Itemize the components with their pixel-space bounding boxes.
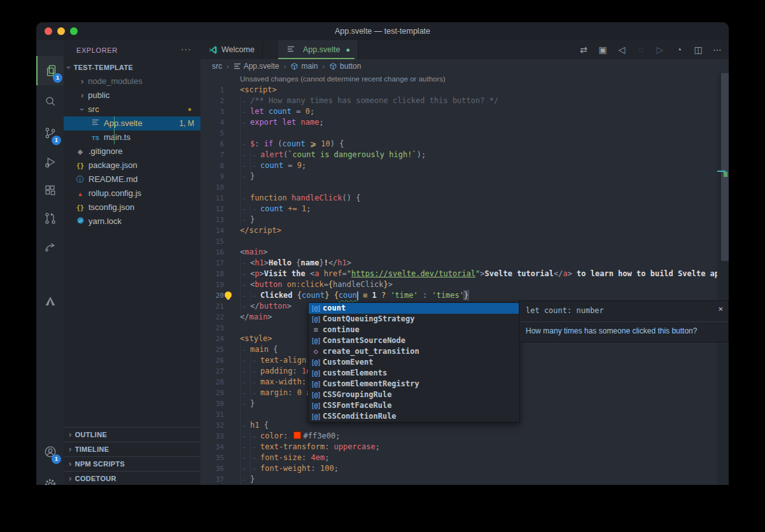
git-compare-icon[interactable]: ⇄ <box>576 45 591 55</box>
token: </ <box>328 258 337 267</box>
code-line-34[interactable]: 34→→text-transform: uppercase; <box>200 442 729 452</box>
suggestion-cssfontfacerule[interactable]: [@]CSSFontFaceRule <box>309 400 519 411</box>
code-line-14[interactable]: 14</script> <box>200 225 729 236</box>
code-line-7[interactable]: 7→→alert(`count is dangerously high!`); <box>200 150 729 160</box>
tree-item-readme-md[interactable]: ⓘREADME.md <box>64 172 200 186</box>
code-line-17[interactable]: 17→<h1>Hello {name}!</h1> <box>200 258 729 269</box>
activity-item-search[interactable] <box>36 87 64 116</box>
suggestion-label: CustomElementRegistry <box>323 379 419 389</box>
code-line-18[interactable]: 18→<p>Visit the <a href="https://svelte.… <box>200 269 729 279</box>
line-number: 16 <box>200 247 224 258</box>
code-line-12[interactable]: 12→→count += 1; <box>200 204 729 214</box>
suggestion-customelementregistry[interactable]: [@]CustomElementRegistry <box>309 379 519 389</box>
line-number: 29 <box>200 388 224 398</box>
sidebar-section-codetour[interactable]: ›CODETOUR <box>64 471 200 485</box>
tree-item-main-ts[interactable]: TSmain.ts <box>64 130 200 144</box>
suggestion-continue[interactable]: ≡continue <box>309 325 519 335</box>
token: Visit the <box>264 269 310 278</box>
suggestion-create_out_transition[interactable]: ◇create_out_transition <box>309 346 519 357</box>
code-editor[interactable]: Unsaved changes (cannot determine recent… <box>200 73 729 485</box>
tree-item-tsconfig-json[interactable]: {}tsconfig.json <box>64 200 200 214</box>
code-line-11[interactable]: 11→function handleClick() { <box>200 193 729 204</box>
token: #ff3e00 <box>304 431 336 440</box>
suggestion-customevent[interactable]: [@]CustomEvent <box>309 357 519 368</box>
activity-item-accounts[interactable]: 1 <box>36 437 64 466</box>
js-file-icon: ▲ <box>75 187 85 201</box>
close-icon[interactable]: × <box>718 304 723 314</box>
code-line-15[interactable]: 15 <box>200 236 729 247</box>
open-changes-icon[interactable]: ▣ <box>595 45 610 55</box>
previous-change-icon[interactable]: ◁ <box>614 45 629 55</box>
autocomplete-popup: [@]count[@]CountQueuingStrategy≡continue… <box>308 302 520 423</box>
activity-item-settings[interactable] <box>36 470 64 485</box>
more-actions-icon[interactable]: ⋯ <box>710 45 725 55</box>
suggestion-cssconditionrule[interactable]: [@]CSSConditionRule <box>309 411 519 422</box>
suggestion-customelements[interactable]: [@]customElements <box>309 368 519 379</box>
breadcrumb-item-button[interactable]: button <box>329 62 361 71</box>
suggestion-constantsourcenode[interactable]: [@]ConstantSourceNode <box>309 335 519 346</box>
code-line-20[interactable]: 20→→Clicked {count} {coun ≡ 1 ? 'time' :… <box>200 290 729 301</box>
activity-item-source-control[interactable]: 1 <box>36 118 64 148</box>
tree-item-node_modules[interactable]: ›node_modules <box>64 74 200 88</box>
tree-item--gitignore[interactable]: ◆.gitignore <box>64 144 200 158</box>
code-line-16[interactable]: 16<main> <box>200 247 729 258</box>
code-line-13[interactable]: 13→} <box>200 214 729 225</box>
lightbulb-icon[interactable] <box>225 291 232 298</box>
next-change-icon[interactable]: ▷ <box>652 45 668 55</box>
symbol-variable-icon: [@] <box>309 335 323 346</box>
split-editor-icon[interactable]: ◫ <box>691 45 706 55</box>
token: name <box>300 118 319 127</box>
code-line-36[interactable]: 36→→font-weight: 100; <box>200 463 729 474</box>
activity-item-explorer[interactable]: 1 <box>36 56 65 85</box>
sidebar-section-timeline[interactable]: ›TIMELINE <box>64 442 200 456</box>
breadcrumb-item-src[interactable]: src <box>212 62 222 71</box>
color-swatch <box>293 431 301 439</box>
code-line-2[interactable]: 2→/** How many times has someone clicked… <box>200 95 729 106</box>
code-line-4[interactable]: 4→export let name; <box>200 117 729 128</box>
sidebar-more-actions[interactable]: ··· <box>181 44 192 54</box>
token: : <box>288 388 297 397</box>
token: 100 <box>320 464 334 473</box>
tree-item-src[interactable]: ›src● <box>64 102 200 116</box>
activity-item-github-pull-requests[interactable] <box>36 204 64 233</box>
sidebar-section-npm-scripts[interactable]: ›NPM SCRIPTS <box>64 456 200 471</box>
tab-app-svelte[interactable]: App.svelte● <box>278 40 358 59</box>
tree-item-package-json[interactable]: {}package.json <box>64 158 200 172</box>
code-line-33[interactable]: 33→→color: #ff3e00; <box>200 431 729 442</box>
activity-item-run-debug[interactable] <box>36 148 64 177</box>
activity-item-live-share[interactable] <box>36 232 64 261</box>
breadcrumb-item-main[interactable]: main <box>290 62 318 71</box>
suggestion-count[interactable]: [@]count <box>309 303 519 314</box>
tab-welcome[interactable]: Welcome <box>200 40 263 59</box>
token: 10 <box>321 139 330 148</box>
activity-item-azure[interactable] <box>36 286 64 316</box>
code-line-10[interactable]: 10 <box>200 182 729 193</box>
ts-file-icon: TS <box>90 131 101 145</box>
tree-item-app-svelte[interactable]: App.svelte1, M <box>64 116 200 130</box>
symbol-module-icon: ◇ <box>309 346 323 357</box>
code-line-19[interactable]: 19→<button on:click={handleClick}> <box>200 279 729 290</box>
scrollbar-thumb[interactable] <box>721 73 729 261</box>
current-change-icon[interactable]: ◌ <box>633 45 649 55</box>
code-line-37[interactable]: 37→} <box>200 474 729 485</box>
code-line-9[interactable]: 9→} <box>200 171 729 182</box>
suggest-details-panel: let count: number × How many times has s… <box>519 300 729 342</box>
timeline-history-icon[interactable]: ◔ <box>671 45 687 55</box>
tree-item-public[interactable]: ›public <box>64 88 200 102</box>
token: main <box>244 248 263 256</box>
line-number: 37 <box>200 474 224 485</box>
suggestion-countqueuingstrategy[interactable]: [@]CountQueuingStrategy <box>309 314 519 325</box>
code-line-1[interactable]: 1<script> <box>200 85 729 95</box>
tree-item-rollup-config-js[interactable]: ▲rollup.config.js <box>64 186 200 200</box>
breadcrumb-item-app-svelte[interactable]: App.svelte <box>234 62 279 71</box>
tree-item-yarn-lock[interactable]: yarn.lock <box>64 214 200 228</box>
code-line-5[interactable]: 5 <box>200 128 729 139</box>
code-line-3[interactable]: 3→let count = 0; <box>200 106 729 117</box>
workspace-root-item[interactable]: ›TEST-TEMPLATE <box>64 60 200 74</box>
code-line-35[interactable]: 35→→font-size: 4em; <box>200 452 729 463</box>
code-line-6[interactable]: 6→$: if (count ⩾ 10) { <box>200 139 729 150</box>
suggestion-cssgroupingrule[interactable]: [@]CSSGroupingRule <box>309 389 519 400</box>
activity-item-extensions[interactable] <box>36 176 64 205</box>
sidebar-section-outline[interactable]: ›OUTLINE <box>64 427 200 442</box>
code-line-8[interactable]: 8→→count = 9; <box>200 160 729 171</box>
